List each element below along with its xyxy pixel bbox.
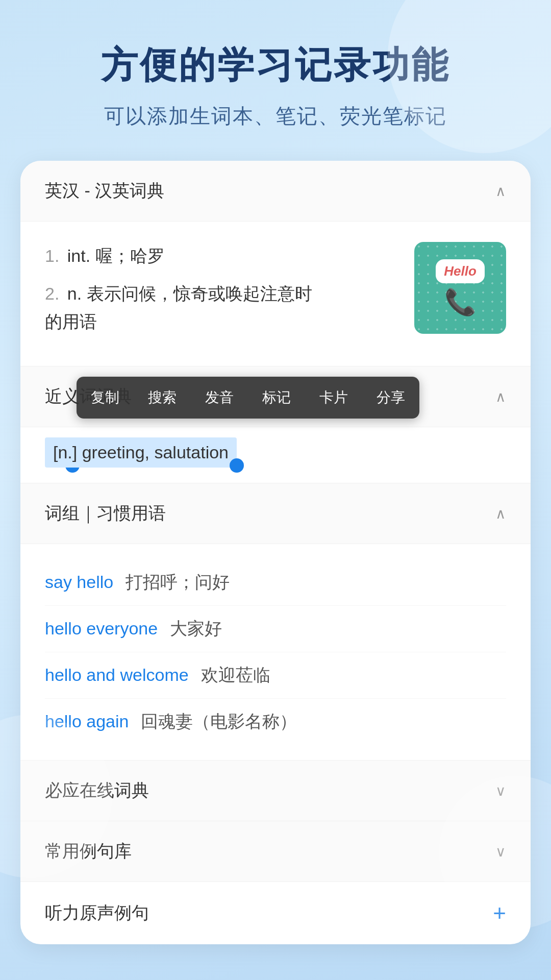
dict-content: 1. int. 喔；哈罗 2. n. 表示问候，惊奇或唤起注意时的用语 Hell…: [20, 222, 531, 366]
synonyms-section: 近义词词典 ∧ 复制 搜索 发音 标记 卡片 分享 [n.] greeting,…: [20, 366, 531, 483]
context-menu-pronunciation[interactable]: 发音: [191, 377, 248, 419]
phrase-zh-hello-again: 回魂妻（电影名称）: [141, 710, 297, 733]
synonyms-chevron-up-icon: ∧: [495, 388, 506, 405]
selection-handle-right: [230, 458, 244, 473]
dict-type-2: n. 表示问候，惊奇或唤起注意时的用语: [45, 284, 312, 331]
dict-num-2: 2.: [45, 284, 59, 303]
context-menu-copy[interactable]: 复制: [77, 377, 134, 419]
phrase-zh-hello-everyone: 大家好: [170, 617, 222, 641]
dict-item-1: 1. int. 喔；哈罗: [45, 242, 399, 270]
phrase-zh-say-hello: 打招呼；问好: [126, 571, 230, 594]
context-menu-share[interactable]: 分享: [362, 377, 419, 419]
selected-text: [n.] greeting, salutation: [45, 437, 237, 468]
phrases-chevron-up-icon: ∧: [495, 505, 506, 522]
en-zh-dict-chevron-up-icon: ∧: [495, 183, 506, 200]
dict-definitions: 1. int. 喔；哈罗 2. n. 表示问候，惊奇或唤起注意时的用语: [45, 242, 399, 346]
dict-num-1: 1.: [45, 246, 59, 265]
phrase-item-hello-again[interactable]: hello again 回魂妻（电影名称）: [45, 699, 506, 745]
phrase-en-hello-everyone: hello everyone: [45, 619, 158, 639]
en-zh-dict-title: 英汉 - 汉英词典: [45, 179, 164, 203]
context-menu-search[interactable]: 搜索: [134, 377, 191, 419]
context-menu-card[interactable]: 卡片: [305, 377, 362, 419]
phrases-title: 词组｜习惯用语: [45, 502, 166, 525]
phrase-en-say-hello: say hello: [45, 572, 113, 592]
hello-image-inner: Hello 📞: [436, 259, 485, 317]
context-menu-mark[interactable]: 标记: [248, 377, 305, 419]
dict-type-1: int. 喔；哈罗: [67, 246, 165, 265]
phrase-zh-hello-welcome: 欢迎莅临: [201, 664, 270, 687]
hello-bubble: Hello: [436, 259, 485, 283]
listening-title: 听力原声例句: [45, 901, 149, 925]
phone-emoji: 📞: [436, 287, 485, 317]
phrases-section: 词组｜习惯用语 ∧ say hello 打招呼；问好 hello everyon…: [20, 483, 531, 761]
phrase-en-hello-welcome: hello and welcome: [45, 665, 189, 685]
phrase-item-say-hello[interactable]: say hello 打招呼；问好: [45, 559, 506, 606]
selected-text-container: [n.] greeting, salutation: [20, 427, 531, 483]
en-zh-dict-header[interactable]: 英汉 - 汉英词典 ∧: [20, 161, 531, 222]
phrase-item-hello-everyone[interactable]: hello everyone 大家好: [45, 606, 506, 652]
context-menu: 复制 搜索 发音 标记 卡片 分享: [77, 377, 419, 419]
hello-image: Hello 📞: [414, 242, 506, 334]
dict-item-2: 2. n. 表示问候，惊奇或唤起注意时的用语: [45, 280, 399, 335]
phrases-content: say hello 打招呼；问好 hello everyone 大家好 hell…: [20, 544, 531, 760]
phrase-item-hello-welcome[interactable]: hello and welcome 欢迎莅临: [45, 652, 506, 699]
phrases-header[interactable]: 词组｜习惯用语 ∧: [20, 483, 531, 544]
